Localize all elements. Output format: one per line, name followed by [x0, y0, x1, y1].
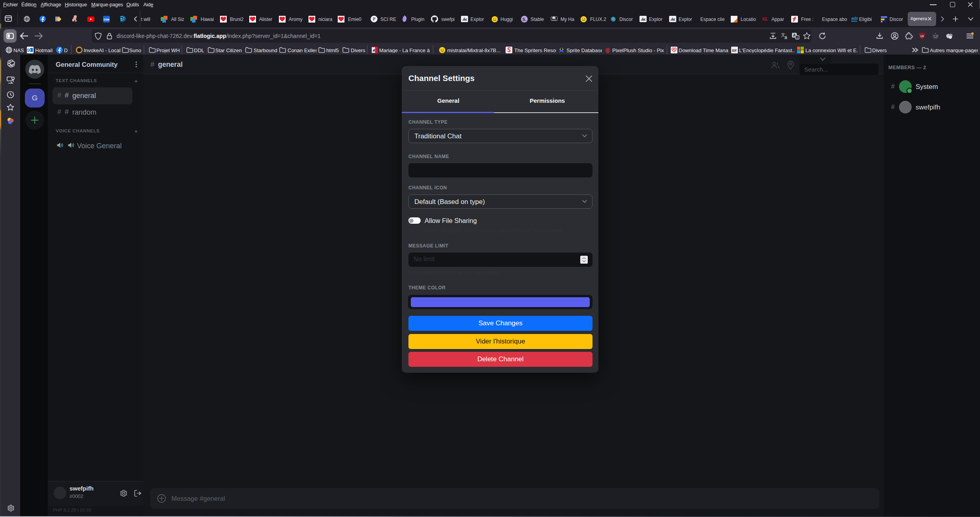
svg-text:adn: adn — [851, 16, 858, 21]
svg-text:DSM: DSM — [103, 18, 109, 21]
svg-text:SL: SL — [762, 16, 768, 22]
svg-text:A: A — [784, 36, 787, 40]
svg-text:2: 2 — [797, 36, 798, 39]
svg-text:EF: EF — [732, 48, 737, 53]
svg-text:U0: U0 — [920, 35, 924, 38]
svg-text:P: P — [372, 17, 375, 21]
svg-text:S.: S. — [523, 17, 527, 22]
svg-text:CLOUD: CLOUD — [552, 19, 557, 21]
